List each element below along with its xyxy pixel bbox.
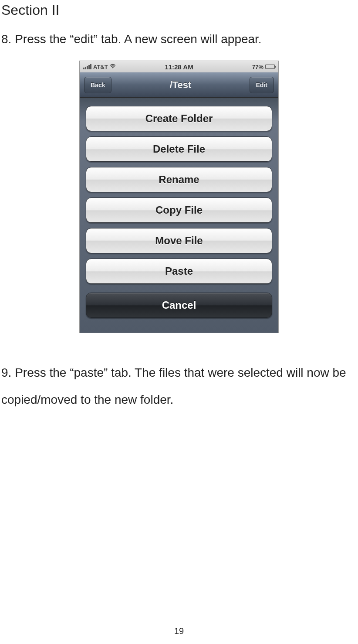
signal-icon [83, 64, 91, 69]
edit-button[interactable]: Edit [250, 77, 274, 93]
nav-bar: Back /Test Edit [80, 72, 278, 98]
battery-percent: 77% [252, 64, 263, 70]
action-sheet: Create Folder Delete File Rename Copy Fi… [80, 98, 278, 333]
rename-button[interactable]: Rename [86, 167, 272, 192]
status-left: AT&T [83, 63, 165, 70]
copy-file-button[interactable]: Copy File [86, 198, 272, 223]
carrier-label: AT&T [93, 64, 108, 70]
status-time: 11:28 AM [165, 63, 193, 71]
section-heading: Section II [0, 0, 358, 18]
cancel-button[interactable]: Cancel [86, 293, 272, 318]
move-file-button[interactable]: Move File [86, 228, 272, 253]
page-number: 19 [0, 626, 358, 636]
battery-icon [265, 65, 275, 69]
delete-file-button[interactable]: Delete File [86, 136, 272, 162]
phone-screenshot: AT&T 11:28 AM 77% Back /Test Edit Create… [79, 61, 279, 333]
status-bar: AT&T 11:28 AM 77% [80, 61, 278, 72]
create-folder-button[interactable]: Create Folder [86, 106, 272, 131]
step-8-text: 8. Press the “edit” tab. A new screen wi… [0, 18, 358, 48]
paste-button[interactable]: Paste [86, 259, 272, 284]
wifi-icon [110, 63, 116, 70]
status-right: 77% [193, 64, 275, 70]
step-9-text: 9. Press the “paste” tab. The files that… [0, 333, 358, 413]
back-button[interactable]: Back [84, 77, 111, 93]
nav-title: /Test [170, 79, 192, 91]
